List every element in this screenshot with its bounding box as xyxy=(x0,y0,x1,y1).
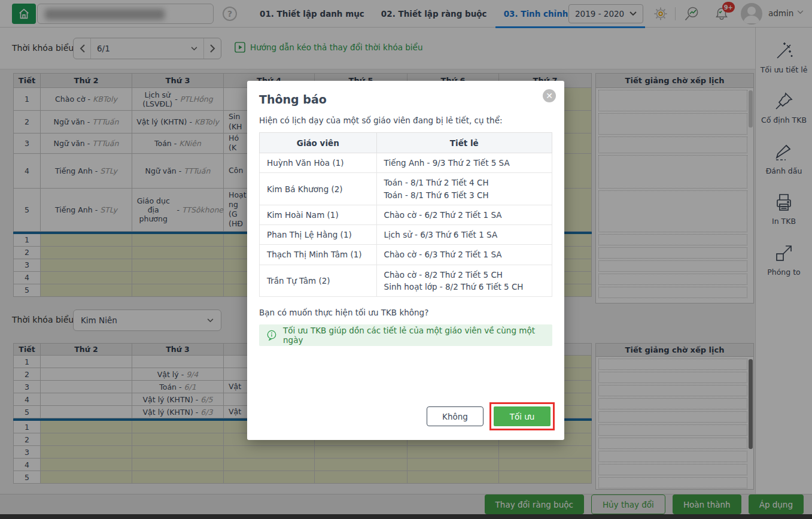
odd-period-row: Kim Hoài Nam (1)Chào cờ - 6/2 Thứ 2 Tiết… xyxy=(260,205,552,224)
notification-modal: Thông báo ✕ Hiện có lịch dạy của một số … xyxy=(247,81,564,440)
info-icon xyxy=(266,330,277,341)
odd-period-row: Huỳnh Văn Hòa (1)Tiếng Anh - 9/3 Thứ 2 T… xyxy=(260,153,552,173)
teacher-name: Trần Tự Tâm (2) xyxy=(260,265,377,297)
odd-periods: Chào cờ - 8/2 Thứ 2 Tiết 5 CHSinh hoạt l… xyxy=(376,265,552,297)
odd-period-row: Kim Bá Khương (2)Toán - 8/1 Thứ 2 Tiết 4… xyxy=(260,173,552,205)
odd-periods: Tiếng Anh - 9/3 Thứ 2 Tiết 5 SA xyxy=(376,153,552,173)
optimize-button[interactable]: Tối ưu xyxy=(494,406,551,426)
odd-period-entry: Toán - 8/1 Thứ 2 Tiết 4 CH xyxy=(384,177,545,189)
odd-period-entry: Chào cờ - 6/3 Thứ 2 Tiết 1 SA xyxy=(384,248,545,260)
modal-intro-text: Hiện có lịch dạy của một số giáo viên đa… xyxy=(259,116,552,125)
cancel-button[interactable]: Không xyxy=(427,406,483,426)
teacher-name: Kim Hoài Nam (1) xyxy=(260,205,377,224)
modal-actions: Không Tối ưu xyxy=(427,402,555,430)
odd-periods: Lịch sử - 6/3 Thứ 6 Tiết 1 SA xyxy=(376,225,552,245)
odd-periods-table: Giáo viênTiết lẻHuỳnh Văn Hòa (1)Tiếng A… xyxy=(259,132,552,297)
odd-periods: Chào cờ - 6/2 Thứ 2 Tiết 1 SA xyxy=(376,205,552,224)
odd-period-entry: Lịch sử - 6/3 Thứ 6 Tiết 1 SA xyxy=(384,229,545,241)
info-box: Tối ưu TKB giúp dồn các tiết lẻ của một … xyxy=(259,324,552,346)
odd-period-entry: Tiếng Anh - 9/3 Thứ 2 Tiết 5 SA xyxy=(384,157,545,169)
odd-period-entry: Sinh hoạt lớp - 8/2 Thứ 6 Tiết 5 CH xyxy=(384,281,545,293)
odd-periods: Toán - 8/1 Thứ 2 Tiết 4 CHToán - 8/1 Thứ… xyxy=(376,173,552,205)
odd-period-entry: Chào cờ - 8/2 Thứ 2 Tiết 5 CH xyxy=(384,269,545,281)
modal-title: Thông báo xyxy=(259,93,552,106)
odd-period-row: Trần Tự Tâm (2)Chào cờ - 8/2 Thứ 2 Tiết … xyxy=(260,265,552,297)
modal-question: Bạn có muốn thực hiện tối ưu TKB không? xyxy=(259,308,552,317)
teacher-name: Huỳnh Văn Hòa (1) xyxy=(260,153,377,173)
odd-period-row: Thạch Thị Minh Tâm (1)Chào cờ - 6/3 Thứ … xyxy=(260,245,552,265)
odd-period-entry: Chào cờ - 6/2 Thứ 2 Tiết 1 SA xyxy=(384,209,545,221)
close-icon[interactable]: ✕ xyxy=(543,89,556,102)
modal-table-header: Giáo viên xyxy=(260,133,377,153)
teacher-name: Thạch Thị Minh Tâm (1) xyxy=(260,245,377,265)
confirm-annotation-box: Tối ưu xyxy=(489,402,555,430)
odd-period-entry: Toán - 8/1 Thứ 6 Tiết 3 CH xyxy=(384,189,545,201)
odd-periods: Chào cờ - 6/3 Thứ 2 Tiết 1 SA xyxy=(376,245,552,265)
odd-period-row: Phan Thị Lệ Hằng (1)Lịch sử - 6/3 Thứ 6 … xyxy=(260,225,552,245)
modal-table-header: Tiết lẻ xyxy=(376,133,552,153)
teacher-name: Kim Bá Khương (2) xyxy=(260,173,377,205)
info-text: Tối ưu TKB giúp dồn các tiết lẻ của một … xyxy=(283,326,545,345)
app-window: ? 01. Thiết lập danh mục02. Thiết lập rà… xyxy=(0,0,812,519)
teacher-name: Phan Thị Lệ Hằng (1) xyxy=(260,225,377,245)
